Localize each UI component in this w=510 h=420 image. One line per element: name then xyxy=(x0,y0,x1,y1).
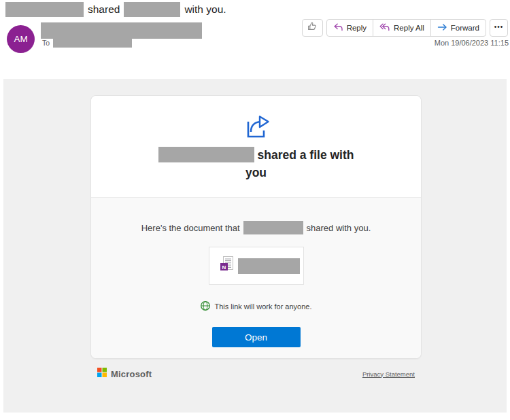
reply-all-label: Reply All xyxy=(394,24,424,32)
microsoft-wordmark: Microsoft xyxy=(111,369,152,379)
to-label: To xyxy=(42,38,50,47)
card-heading-text: shared a file with you xyxy=(245,148,354,179)
reply-all-button[interactable]: Reply All xyxy=(373,20,430,36)
reply-label: Reply xyxy=(347,24,367,32)
body-text-prefix: Here's the document that xyxy=(141,223,240,233)
onenote-document-icon: N xyxy=(220,256,234,276)
forward-arrow-icon xyxy=(437,23,447,33)
forward-label: Forward xyxy=(451,24,479,32)
share-file-icon xyxy=(241,111,272,141)
thumbs-up-icon xyxy=(307,21,318,35)
link-permission-note: This link will work for anyone. xyxy=(200,300,311,313)
sender-avatar[interactable]: AM xyxy=(7,25,35,53)
more-options-button[interactable]: ••• xyxy=(490,19,508,37)
globe-icon xyxy=(200,300,211,313)
redacted-recipient-name xyxy=(53,38,132,48)
card-header-section: shared a file with you xyxy=(91,96,421,197)
microsoft-logo-icon xyxy=(97,368,107,380)
card-body-section: Here's the document that shared with you… xyxy=(91,197,421,358)
redacted-sharer-name xyxy=(158,147,254,162)
privacy-statement-link[interactable]: Privacy Statement xyxy=(362,370,415,378)
share-notification-card: shared a file with you Here's the docume… xyxy=(90,95,422,359)
message-timestamp: Mon 19/06/2023 11:15 xyxy=(435,39,509,47)
recipient-row: To xyxy=(42,38,132,48)
email-footer: Microsoft Privacy Statement xyxy=(90,368,422,380)
reply-all-arrow-icon xyxy=(379,22,390,33)
forward-button[interactable]: Forward xyxy=(430,20,486,36)
email-reading-pane: shared with you. AM To xyxy=(0,0,510,420)
card-heading: shared a file with you xyxy=(147,146,366,181)
message-action-bar: Reply Reply All xyxy=(302,19,508,37)
microsoft-brand: Microsoft xyxy=(97,368,152,380)
redacted-sender-name xyxy=(5,2,84,17)
like-button[interactable] xyxy=(302,19,323,37)
redacted-file-title xyxy=(238,258,300,274)
open-button[interactable]: Open xyxy=(212,327,301,347)
shared-file-tile[interactable]: N xyxy=(209,247,304,285)
svg-text:N: N xyxy=(222,264,226,270)
link-note-text: This link will work for anyone. xyxy=(214,302,311,311)
redacted-sharer-name-inline xyxy=(243,221,303,234)
redacted-file-name xyxy=(124,2,180,17)
more-options-icon: ••• xyxy=(494,23,504,31)
subject-word-shared: shared xyxy=(88,3,120,16)
subject-line: shared with you. xyxy=(5,2,226,17)
body-text-suffix: shared with you. xyxy=(307,223,371,233)
reply-button[interactable]: Reply xyxy=(327,20,373,36)
subject-suffix: with you. xyxy=(184,3,226,16)
redacted-sender-display-name xyxy=(41,22,202,39)
card-body-line: Here's the document that shared with you… xyxy=(141,221,371,234)
reply-button-group: Reply Reply All xyxy=(326,19,486,37)
reply-arrow-icon xyxy=(333,22,343,33)
